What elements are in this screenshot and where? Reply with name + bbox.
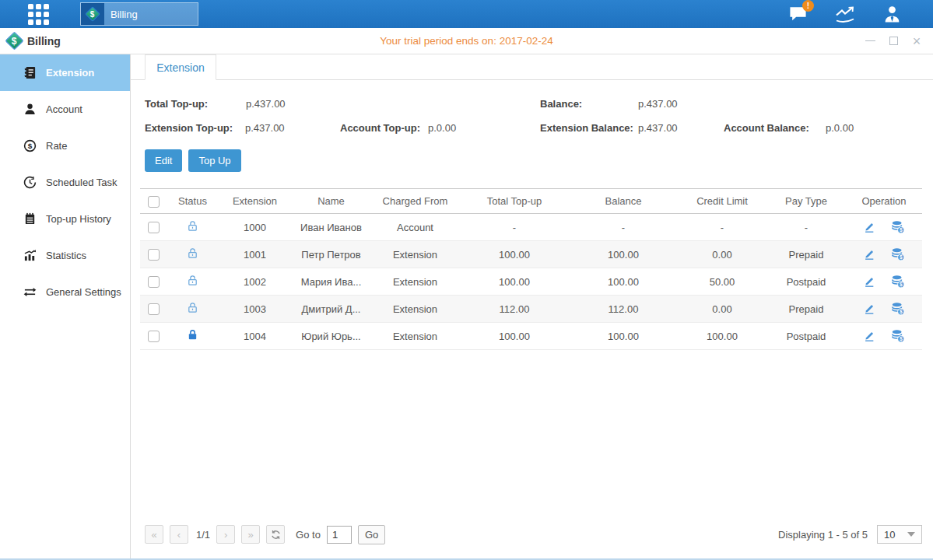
credit-limit-cell: 100.00 bbox=[678, 323, 766, 350]
col-name: Name bbox=[292, 189, 370, 214]
pay-type-cell: Prepaid bbox=[766, 296, 846, 323]
unlocked-icon bbox=[187, 275, 198, 286]
notification-badge: ! bbox=[802, 0, 814, 12]
charged-from-cell: Extension bbox=[370, 241, 460, 268]
credit-limit-cell: 0.00 bbox=[678, 241, 766, 268]
charged-from-cell: Extension bbox=[370, 323, 460, 350]
extension-cell: 1002 bbox=[218, 268, 292, 296]
titlebar: $ Billing Your trial period ends on: 201… bbox=[0, 28, 933, 54]
account-topup-value: p.0.00 bbox=[428, 122, 456, 134]
edit-pencil-icon[interactable] bbox=[863, 248, 875, 261]
sidebar-item-scheduled-task[interactable]: Scheduled Task bbox=[0, 164, 130, 201]
next-page-icon[interactable]: › bbox=[216, 525, 235, 544]
balance-value: p.437.00 bbox=[638, 98, 678, 110]
row-checkbox[interactable] bbox=[148, 303, 160, 315]
col-credit-limit: Credit Limit bbox=[678, 189, 766, 214]
summary-stats: Total Top-up: p.437.00 Balance: p.437.00… bbox=[131, 80, 933, 140]
pay-type-cell: Prepaid bbox=[766, 241, 846, 268]
total-topup-cell: - bbox=[460, 214, 569, 241]
balance-cell: - bbox=[569, 214, 678, 241]
credit-limit-cell: 50.00 bbox=[678, 268, 766, 296]
tab-extension[interactable]: Extension bbox=[145, 54, 216, 80]
prev-page-icon[interactable]: ‹ bbox=[170, 525, 188, 544]
page-size-select[interactable]: 10 bbox=[877, 525, 922, 544]
balance-cell: 100.00 bbox=[569, 323, 678, 350]
minimize-icon[interactable] bbox=[865, 36, 875, 47]
row-checkbox[interactable] bbox=[148, 249, 160, 261]
col-extension: Extension bbox=[218, 189, 292, 214]
topup-coins-icon[interactable]: $ bbox=[891, 247, 905, 261]
row-checkbox[interactable] bbox=[148, 222, 160, 233]
charged-from-cell: Account bbox=[370, 214, 460, 241]
table-row[interactable]: 1003 Дмитрий Д... Extension 112.00 112.0… bbox=[140, 296, 922, 323]
col-charged-from: Charged From bbox=[370, 189, 460, 214]
row-checkbox[interactable] bbox=[148, 331, 160, 342]
first-page-icon[interactable]: « bbox=[145, 525, 163, 544]
dollar-circle-icon: $ bbox=[23, 139, 37, 152]
app-tab-billing[interactable]: $ Billing bbox=[80, 2, 198, 26]
main-content: Extension Total Top-up: p.437.00 Balance… bbox=[131, 54, 933, 558]
sidebar-item-topup-history[interactable]: Top-up History bbox=[0, 201, 130, 237]
billing-dollar-icon: $ bbox=[5, 31, 23, 50]
edit-pencil-icon[interactable] bbox=[863, 330, 875, 342]
edit-pencil-icon[interactable] bbox=[863, 303, 875, 315]
name-cell: Дмитрий Д... bbox=[292, 296, 370, 323]
edit-button[interactable]: Edit bbox=[145, 149, 182, 172]
topup-coins-icon[interactable]: $ bbox=[891, 329, 905, 343]
balance-cell: 112.00 bbox=[569, 296, 678, 323]
total-topup-label: Total Top-up: bbox=[145, 98, 246, 110]
topup-coins-icon[interactable]: $ bbox=[891, 302, 905, 316]
maximize-icon[interactable] bbox=[888, 36, 899, 47]
tabstrip: Extension bbox=[131, 54, 933, 80]
charged-from-cell: Extension bbox=[370, 268, 460, 296]
sidebar-item-rate[interactable]: $ Rate bbox=[0, 128, 130, 164]
billing-logo-box: $ bbox=[81, 3, 104, 25]
last-page-icon[interactable]: » bbox=[241, 525, 260, 544]
person-icon bbox=[23, 103, 37, 116]
unlocked-icon bbox=[187, 247, 198, 259]
extension-cell: 1004 bbox=[218, 323, 292, 350]
col-total-topup: Total Top-up bbox=[460, 189, 569, 214]
table-row[interactable]: 1002 Мария Ива... Extension 100.00 100.0… bbox=[140, 268, 922, 296]
messages-icon[interactable]: ! bbox=[788, 5, 808, 23]
extension-topup-value: p.437.00 bbox=[245, 122, 340, 134]
sidebar-item-extension[interactable]: Extension bbox=[0, 54, 130, 91]
apps-grid-icon[interactable] bbox=[28, 4, 49, 25]
total-topup-cell: 112.00 bbox=[460, 296, 569, 323]
reports-chart-icon[interactable] bbox=[834, 5, 856, 23]
top-up-button[interactable]: Top Up bbox=[188, 149, 240, 172]
total-topup-cell: 100.00 bbox=[460, 241, 569, 268]
goto-page-input[interactable] bbox=[327, 526, 352, 544]
table-row[interactable]: 1001 Петр Петров Extension 100.00 100.00… bbox=[140, 241, 922, 268]
topup-coins-icon[interactable]: $ bbox=[891, 220, 905, 234]
table-row[interactable]: 1004 Юрий Юрь... Extension 100.00 100.00… bbox=[140, 323, 922, 350]
col-balance: Balance bbox=[569, 189, 678, 214]
goto-label: Go to bbox=[296, 529, 321, 541]
chevron-down-icon bbox=[907, 532, 915, 537]
account-balance-label: Account Balance: bbox=[724, 122, 826, 134]
name-cell: Иван Иванов bbox=[292, 214, 370, 241]
sidebar-item-account[interactable]: Account bbox=[0, 91, 130, 128]
svg-text:$: $ bbox=[900, 227, 903, 233]
name-cell: Петр Петров bbox=[292, 241, 370, 268]
svg-text:$: $ bbox=[28, 142, 33, 150]
table-header-row: Status Extension Name Charged From Total… bbox=[140, 189, 922, 214]
row-checkbox[interactable] bbox=[148, 276, 160, 288]
sidebar-item-statistics[interactable]: Statistics bbox=[0, 237, 130, 274]
close-icon[interactable]: × bbox=[911, 36, 922, 47]
extension-cell: 1000 bbox=[218, 214, 292, 241]
user-account-icon[interactable] bbox=[882, 5, 902, 24]
go-button[interactable]: Go bbox=[358, 525, 385, 544]
select-all-checkbox[interactable] bbox=[148, 196, 160, 208]
edit-pencil-icon[interactable] bbox=[863, 221, 875, 233]
extension-cell: 1001 bbox=[218, 241, 292, 268]
refresh-icon[interactable] bbox=[266, 525, 285, 544]
balance-cell: 100.00 bbox=[569, 241, 678, 268]
svg-text:$: $ bbox=[900, 282, 903, 288]
edit-pencil-icon[interactable] bbox=[863, 275, 875, 288]
table-row[interactable]: 1000 Иван Иванов Account - - - - $ bbox=[140, 214, 922, 241]
unlocked-icon bbox=[187, 302, 198, 313]
window-title: Billing bbox=[27, 35, 61, 47]
sidebar-item-general-settings[interactable]: General Settings bbox=[0, 274, 130, 310]
topup-coins-icon[interactable]: $ bbox=[891, 275, 905, 289]
